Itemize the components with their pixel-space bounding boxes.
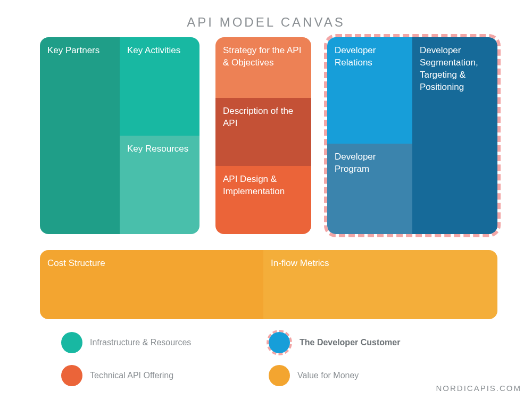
block-inflow-metrics: In-flow Metrics: [263, 250, 497, 319]
legend-label: The Developer Customer: [300, 338, 400, 347]
block-design: API Design & Implementation: [215, 166, 311, 234]
block-key-activities: Key Activities: [120, 37, 200, 136]
legend-label: Value for Money: [297, 371, 359, 380]
legend: Infrastructure & Resources The Developer…: [61, 330, 466, 386]
legend-item-technical: Technical API Offering: [61, 365, 258, 386]
block-description: Description of the API: [215, 98, 311, 166]
footer-attribution: NORDICAPIS.COM: [436, 384, 521, 393]
block-cost-structure: Cost Structure: [40, 250, 263, 319]
legend-item-infrastructure: Infrastructure & Resources: [61, 330, 258, 355]
group-value-for-money: Cost Structure In-flow Metrics: [40, 250, 497, 319]
group-infrastructure: Key Partners Key Activities Key Resource…: [40, 37, 200, 234]
legend-label: Infrastructure & Resources: [90, 338, 191, 347]
block-developer-program: Developer Program: [327, 144, 412, 234]
block-key-resources: Key Resources: [120, 136, 200, 234]
swatch-technical-icon: [61, 365, 82, 386]
legend-item-value: Value for Money: [269, 365, 466, 386]
swatch-infrastructure-icon: [61, 332, 82, 353]
canvas-top: Key Partners Key Activities Key Resource…: [40, 37, 497, 234]
swatch-developer-icon: [269, 332, 290, 353]
swatch-value-icon: [269, 365, 290, 386]
swatch-developer-highlight-icon: [267, 330, 292, 355]
block-key-partners: Key Partners: [40, 37, 120, 234]
group-developer-customer: Developer Relations Developer Program De…: [327, 37, 497, 234]
legend-label: Technical API Offering: [90, 371, 173, 380]
block-strategy: Strategy for the API & Objectives: [215, 37, 311, 98]
legend-item-developer-customer: The Developer Customer: [269, 330, 466, 355]
group-technical-api: Strategy for the API & Objectives Descri…: [215, 37, 311, 234]
block-developer-relations: Developer Relations: [327, 37, 412, 144]
block-developer-segmentation: Developer Segmentation, Targeting & Posi…: [412, 37, 497, 234]
page-title: API MODEL CANVAS: [0, 0, 532, 30]
